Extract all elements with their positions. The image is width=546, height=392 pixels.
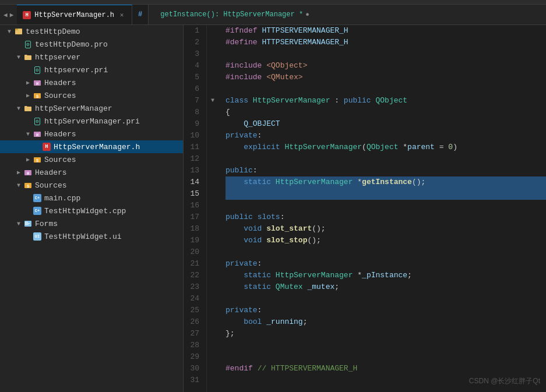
code-line-20: [226, 246, 546, 258]
chevron-testHttpDemo: [5, 27, 14, 36]
svg-rect-16: [25, 223, 30, 224]
ln-19: 19: [188, 235, 199, 246]
chevron-headers3: [14, 168, 23, 177]
pri-icon3: ⚙: [33, 116, 42, 126]
ln-3: 3: [188, 48, 199, 60]
ln-16: 16: [188, 200, 199, 211]
cpp-icon2: C+: [33, 206, 42, 216]
tree-item-main-cpp[interactable]: C+ main.cpp: [0, 192, 183, 204]
sources-icon2: S: [33, 155, 42, 164]
sidebar: testHttpDemo ⚙ testHttpDemo.pro httpserv…: [0, 25, 184, 392]
forward-icon[interactable]: ▶: [10, 11, 14, 19]
tree-item-httpServerManager-pri[interactable]: ⚙ httpServerManager.pri: [0, 115, 183, 128]
tab-hash[interactable]: #: [132, 5, 149, 24]
pri-icon: ⚙: [23, 40, 33, 49]
tree-label-headers3: Headers: [35, 168, 183, 177]
svg-text:H: H: [36, 82, 38, 86]
tree-item-headers3[interactable]: H Headers: [0, 166, 183, 179]
code-line-31: [226, 375, 546, 386]
svg-rect-1: [15, 29, 18, 30]
h-icon: H: [42, 142, 51, 151]
code-line-23: static QMutex _mutex;: [226, 281, 546, 293]
tab-label: HttpServerManager.h: [34, 11, 114, 19]
editor-content[interactable]: 1 2 3 4 5 6 7 8 9 10 11 12 13 14 15 16 1: [184, 25, 546, 392]
ln-17: 17: [188, 211, 199, 223]
fold-7[interactable]: ▼: [207, 95, 219, 107]
tree-label-HttpServerManager-h: HttpServerManager.h: [54, 143, 183, 151]
ln-4: 4: [188, 60, 199, 72]
tree-label-TestHttpWidget-ui: TestHttpWidget.ui: [44, 232, 183, 241]
tree-label-httpServerManager: httpServerManager: [35, 104, 183, 113]
headers-icon3: H: [23, 168, 33, 177]
folder-icon-httpserver: [23, 52, 33, 62]
tree-item-headers2[interactable]: H Headers: [0, 128, 183, 140]
tree-label-testHttpDemo-pro: testHttpDemo.pro: [35, 40, 183, 49]
tree-item-headers1[interactable]: H Headers: [0, 76, 183, 89]
ln-7: 7: [188, 95, 199, 107]
tree-item-forms[interactable]: Forms: [0, 217, 183, 230]
tree-item-httpserver[interactable]: httpserver: [0, 51, 183, 63]
tree-item-TestHttpWidget-cpp[interactable]: C+ TestHttpWidget.cpp: [0, 204, 183, 217]
tab-bar: ◀ ▶ H HttpServerManager.h ✕ # getInstanc…: [0, 5, 546, 25]
tree-item-sources1[interactable]: S Sources: [0, 89, 183, 102]
ln-9: 9: [188, 118, 199, 130]
ln-8: 8: [188, 107, 199, 118]
tree-label-httpserver: httpserver: [35, 53, 183, 62]
ln-20: 20: [188, 246, 199, 258]
breadcrumb-class: getInstance(): HttpServerManager *: [160, 10, 303, 19]
code-line-9: Q_OBJECT: [226, 118, 546, 130]
code-line-13: public:: [226, 165, 546, 176]
ln-1: 1: [188, 25, 199, 37]
code-line-5: #include <QMutex>: [226, 72, 546, 83]
tree-item-sources3[interactable]: S Sources: [0, 179, 183, 192]
tree-item-HttpServerManager-h[interactable]: H HttpServerManager.h: [0, 140, 183, 153]
ln-15: 15: [188, 188, 199, 200]
code-line-29: [226, 351, 546, 363]
tree-item-testHttpDemo[interactable]: testHttpDemo: [0, 25, 183, 38]
chevron-httpserver: [14, 52, 23, 62]
code-line-7: class HttpServerManager : public QObject: [226, 95, 546, 107]
code-line-18: void slot_start();: [226, 223, 546, 235]
code-line-16: [226, 200, 546, 211]
ui-icon: UI: [33, 232, 42, 241]
ln-28: 28: [188, 340, 199, 351]
tree-label-httpServerManager-pri: httpServerManager.pri: [44, 117, 183, 126]
chevron-sources1: [23, 91, 33, 100]
code-line-25: private:: [226, 305, 546, 316]
tree-label-testHttpDemo: testHttpDemo: [26, 27, 183, 36]
ln-18: 18: [188, 223, 199, 235]
code-area[interactable]: #ifndef HTTPSERVERMANAGER_H #define HTTP…: [219, 25, 546, 392]
tree-item-httpServerManager[interactable]: httpServerManager: [0, 102, 183, 115]
tab-bar-left-icons: ◀ ▶: [0, 5, 17, 24]
fold-4: [207, 60, 219, 72]
headers-icon2: H: [33, 129, 42, 139]
fold-1: [207, 25, 219, 37]
code-line-22: static HttpServerManager *_pInstance;: [226, 270, 546, 281]
ln-21: 21: [188, 258, 199, 270]
code-line-17: public slots:: [226, 211, 546, 223]
back-icon[interactable]: ◀: [3, 11, 8, 19]
ln-14: 14: [188, 176, 199, 188]
tree-item-testHttpDemo-pro[interactable]: ⚙ testHttpDemo.pro: [0, 38, 183, 51]
tree-item-sources2[interactable]: S Sources: [0, 153, 183, 166]
tree-item-httpserver-pri[interactable]: ⚙ httpserver.pri: [0, 63, 183, 76]
ln-10: 10: [188, 130, 199, 142]
tree-item-TestHttpWidget-ui[interactable]: UI TestHttpWidget.ui: [0, 230, 183, 243]
code-line-2: #define HTTPSERVERMANAGER_H: [226, 37, 546, 48]
chevron-forms: [14, 219, 23, 228]
code-line-14: static HttpServerManager *getInstance();: [226, 176, 546, 188]
svg-text:S: S: [36, 94, 38, 99]
ln-25: 25: [188, 305, 199, 316]
tab-httpservermanager-h[interactable]: H HttpServerManager.h ✕: [17, 5, 132, 24]
tree-label-sources3: Sources: [35, 181, 183, 190]
ln-13: 13: [188, 165, 199, 176]
svg-rect-17: [25, 224, 29, 225]
fold-8: [207, 107, 219, 118]
headers-icon1: H: [33, 78, 42, 87]
svg-text:H: H: [36, 133, 38, 137]
code-line-1: #ifndef HTTPSERVERMANAGER_H: [226, 25, 546, 37]
tab-close-button[interactable]: ✕: [118, 11, 126, 19]
tree-label-TestHttpWidget-cpp: TestHttpWidget.cpp: [44, 207, 183, 216]
editor: 1 2 3 4 5 6 7 8 9 10 11 12 13 14 15 16 1: [184, 25, 546, 392]
ln-27: 27: [188, 328, 199, 340]
